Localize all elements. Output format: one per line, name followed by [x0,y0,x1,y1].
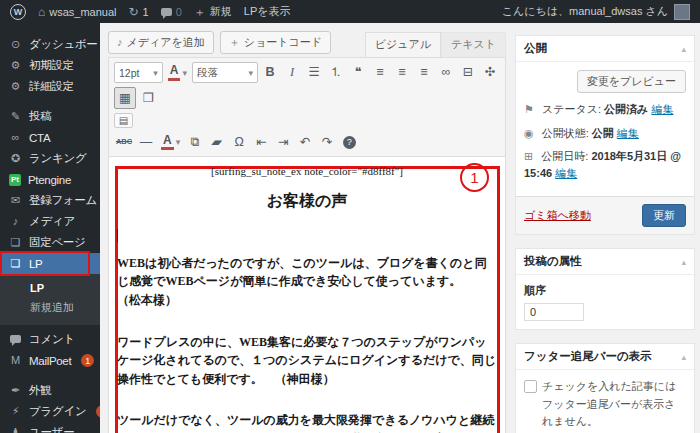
collapse-icon[interactable]: ▴ [681,352,686,362]
checkbox-label: チェックを入れた記事にはフッター追尾バーが表示されません。 [542,378,686,431]
sidebar-item-comments[interactable]: コメント [0,329,100,350]
post-attributes-panel: 投稿の属性 ▴ 順序 [515,248,695,330]
chevron-down-icon: ▾ [153,68,158,78]
move-to-trash-link[interactable]: ゴミ箱へ移動 [524,208,591,223]
submenu-item-lp[interactable]: LP [0,279,100,297]
edit-status-link[interactable]: 編集 [651,103,673,115]
paragraph-format-select[interactable]: 段落 ▾ [192,62,258,83]
emoji-button[interactable]: ▤ [114,113,133,128]
plus-icon: ＋ [229,37,240,48]
updates-icon: ↻ [129,6,139,18]
visibility-value: 公開 [592,127,614,139]
undo-button[interactable]: ↶ [295,132,315,152]
paste-as-text-button[interactable]: ⧉ [185,132,205,152]
align-center-button[interactable]: ≡ [392,63,412,83]
clear-formatting-button[interactable]: ▰ [205,132,230,152]
status-pin-icon: ⚑ [524,103,534,115]
special-character-button[interactable]: Ω [229,132,249,152]
horizontal-rule-button[interactable]: — [136,132,156,152]
update-button[interactable]: 更新 [642,204,686,227]
status-row: ⚑ ステータス: 公開済み 編集 [524,101,686,118]
outdent-button[interactable]: ⇤ [251,132,271,152]
hide-footer-bar-checkbox[interactable] [524,380,537,393]
sidebar-item-lp[interactable]: ❏ LP [0,253,100,274]
redo-button[interactable]: ↷ [317,132,337,152]
editor-canvas[interactable]: [surfing_su_note_ex note_color="#d8ff8f"… [108,157,506,433]
comments-menu[interactable]: 0 [161,6,182,18]
blockquote-button[interactable]: ❝ [348,63,368,83]
footer-bar-panel-header[interactable]: フッター追尾バーの表示 ▴ [516,344,694,370]
visibility-row: ◉ 公開状態: 公開 編集 [524,125,686,142]
sidebar-item-cta[interactable]: ∞ CTA [0,127,100,148]
read-more-button[interactable]: ⊟ [458,63,478,83]
copy-button[interactable]: ❐ [138,88,158,108]
updates-menu[interactable]: ↻ 1 [129,6,149,18]
greeting-text[interactable]: こんにちは、manual_dwsas さん [502,4,668,19]
mailpoet-icon: M [9,355,22,366]
editor-content[interactable]: [surfing_su_note_ex note_color="#d8ff8f"… [117,160,497,433]
new-content-menu[interactable]: ＋ 新規 [194,4,232,19]
dashboard-icon: ⊙ [9,39,22,50]
collapse-icon[interactable]: ▴ [681,257,686,267]
sidebar-item-appearance[interactable]: ✒ 外観 [0,380,100,401]
order-input[interactable] [524,303,584,321]
calendar-icon: ⊞ [524,150,533,162]
eye-icon: ◉ [524,127,534,139]
publish-panel: 公開 ▴ 変更をプレビュー ⚑ ステータス: 公開済み 編集 ◉ 公開状態: 公… [515,35,695,235]
tab-visual[interactable]: ビジュアル [365,32,441,57]
bold-button[interactable]: B [260,63,280,83]
pin-icon: ✎ [9,111,22,122]
view-lp-link[interactable]: LPを表示 [244,4,291,19]
edit-date-link[interactable]: 編集 [555,167,577,179]
numbered-list-button[interactable]: ⒈ [326,63,346,83]
text-color-button[interactable]: A ▾ [161,134,180,150]
editor-column: ♪ メディアを追加 ＋ ショートコード ビジュアル テキスト 12pt ▾ A [108,32,506,433]
sidebar-item-plugins[interactable]: ⚡ プラグイン 1 [0,401,100,422]
help-button[interactable]: ? [339,132,359,152]
collapse-icon[interactable]: ▴ [681,44,686,54]
align-right-button[interactable]: ≡ [414,63,434,83]
chevron-down-icon: ▾ [182,68,187,78]
sidebar-item-posts[interactable]: ✎ 投稿 [0,106,100,127]
font-color-button[interactable]: A ▾ [168,64,187,80]
fullscreen-button[interactable]: ✣ [480,63,500,83]
sidebar-item-ranking[interactable]: ✪ ランキング [0,148,100,169]
ptengine-icon: Pt [9,174,21,186]
plus-icon: ＋ [194,6,206,18]
annotation-number-1: 1 [460,163,489,192]
bullet-list-button[interactable]: ☰ [304,63,324,83]
shortcode-button[interactable]: ＋ ショートコード [220,31,331,54]
status-value: 公開済み [604,103,648,115]
table-grid-button[interactable]: ▦ [114,87,136,109]
site-name-menu[interactable]: ⌂ wsas_manual [38,6,117,18]
font-size-select[interactable]: 12pt ▾ [114,62,163,83]
media-icon: ♪ [117,37,123,48]
strikethrough-button[interactable]: ABC [114,132,134,152]
comment-bubble-icon [9,334,22,345]
sidebar-item-users[interactable]: ♟ ユーザー [0,422,100,433]
editor-toolbar: 12pt ▾ A ▾ 段落 ▾ B I ☰ ⒈ ❝ ≡ ≡ ≡ ∞ [108,57,506,157]
gear-icon: ⚙ [9,60,22,71]
sidebar-item-registration-form[interactable]: ✉ 登録フォーム [0,190,100,211]
brush-icon: ✒ [9,385,22,396]
publish-panel-header[interactable]: 公開 ▴ [516,36,694,62]
edit-visibility-link[interactable]: 編集 [617,127,639,139]
wp-logo-menu[interactable]: W [10,4,26,20]
add-media-button[interactable]: ♪ メディアを追加 [108,31,214,54]
indent-button[interactable]: ⇥ [273,132,293,152]
sidebar-item-media[interactable]: ♪ メディア [0,211,100,232]
sidebar-item-ptengine[interactable]: Pt Ptengine [0,169,100,190]
tab-text[interactable]: テキスト [441,32,506,57]
sidebar-item-pages[interactable]: ❏ 固定ページ [0,232,100,253]
sidebar-item-mailpoet[interactable]: M MailPoet 1 [0,350,100,371]
align-left-button[interactable]: ≡ [370,63,390,83]
view-lp-label: LPを表示 [244,4,291,19]
italic-button[interactable]: I [282,63,302,83]
sidebar-item-dashboard[interactable]: ⊙ ダッシュボード [0,34,100,55]
attributes-panel-header[interactable]: 投稿の属性 ▴ [516,249,694,275]
sidebar-item-advanced-settings[interactable]: ⚙ 詳細設定 [0,76,100,97]
preview-changes-button[interactable]: 変更をプレビュー [577,70,686,93]
sidebar-item-initial-settings[interactable]: ⚙ 初期設定 [0,55,100,76]
submenu-item-add-new[interactable]: 新規追加 [0,297,100,318]
link-button[interactable]: ∞ [436,63,456,83]
